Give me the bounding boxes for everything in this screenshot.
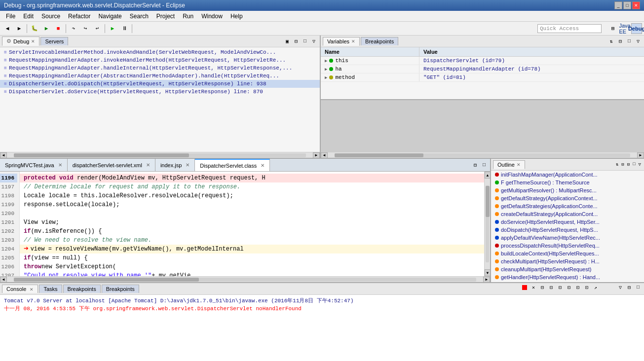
vars-icon-4[interactable]: ▽ xyxy=(634,37,642,45)
scroll-up-btn[interactable]: ▲ xyxy=(485,172,490,179)
editor-minimize[interactable]: ⊟ xyxy=(471,161,479,169)
toolbar-step-over[interactable]: ↪ xyxy=(80,23,91,34)
menu-refactor[interactable]: Refactor xyxy=(64,12,94,21)
outline-filter-icon[interactable]: ⊟ xyxy=(620,162,625,167)
tab-index-jsp[interactable]: index.jsp ✕ xyxy=(155,159,195,171)
console-icon-3[interactable]: ⊡ xyxy=(547,284,555,291)
scroll-left-btn[interactable]: ◀ xyxy=(0,152,7,158)
toolbar-run-btn[interactable]: ▶ xyxy=(41,23,52,34)
menu-source[interactable]: Source xyxy=(38,12,64,21)
menu-run[interactable]: Run xyxy=(179,12,197,21)
toolbar-stop-btn[interactable]: ■ xyxy=(53,23,64,34)
outline-item[interactable]: buildLocaleContext(HttpServletReques... xyxy=(491,250,644,257)
minimize-button[interactable]: _ xyxy=(614,1,622,9)
tab-dispatcher-xml[interactable]: dispatcherServlet-servlet.xml ✕ xyxy=(68,159,155,171)
code-v-scrollbar[interactable]: ▲ ▼ xyxy=(484,172,490,276)
tab-dispatcher-class-close[interactable]: ✕ xyxy=(261,163,265,168)
expand-arrow[interactable]: ▶ xyxy=(325,67,327,72)
expand-arrow[interactable]: ▶ xyxy=(325,75,327,80)
breakpoints-tab-1[interactable]: Breakpoints xyxy=(63,285,101,293)
console-icon-1[interactable]: ✕ xyxy=(530,284,537,291)
outline-item[interactable]: getDefaultStrategies(ApplicationConte... xyxy=(491,202,644,210)
tab-springmvc-close[interactable]: ✕ xyxy=(58,162,62,168)
tab-springmvc[interactable]: SpringMVCTest.java ✕ xyxy=(0,159,68,171)
console-tab-close[interactable]: ✕ xyxy=(30,287,34,292)
outline-item[interactable]: cleanupMultipart(HttpServletRequest) xyxy=(491,265,644,273)
console-icon-6[interactable]: ⊡ xyxy=(574,284,582,291)
menu-project[interactable]: Project xyxy=(152,12,179,21)
console-minimize-icon[interactable]: ⊟ xyxy=(625,284,633,291)
toolbar-step-return[interactable]: ↩ xyxy=(92,23,103,34)
menu-edit[interactable]: Edit xyxy=(19,12,38,21)
console-icon-5[interactable]: ⊡ xyxy=(565,284,573,291)
outline-item[interactable]: doService(HttpServletRequest, HttpSer... xyxy=(491,218,644,226)
scroll-right-btn[interactable]: ▶ xyxy=(313,152,320,158)
console-stop-icon[interactable] xyxy=(521,284,529,291)
toolbar-perspectives[interactable]: ⊞ xyxy=(607,23,618,34)
code-scroll-right[interactable]: ▶ xyxy=(483,277,490,283)
maximize-button[interactable]: □ xyxy=(623,1,631,9)
close-button[interactable]: ✕ xyxy=(632,1,640,9)
servers-tab[interactable]: Servers xyxy=(40,37,68,45)
console-icon-8[interactable]: ↗ xyxy=(592,284,600,291)
outline-item[interactable]: doDispatch(HttpServletRequest, HttpS... xyxy=(491,226,644,234)
toolbar-debug-btn[interactable]: 🐛 xyxy=(29,23,40,34)
outline-item[interactable]: checkMultipart(HttpServletRequest) : H..… xyxy=(491,257,644,265)
code-h-scrollbar[interactable]: ◀ ▶ xyxy=(0,276,490,282)
menu-file[interactable]: File xyxy=(2,12,19,21)
tab-dispatcher-xml-close[interactable]: ✕ xyxy=(146,162,150,168)
stack-item[interactable]: ≡ DispatcherServlet.doService(HttpServle… xyxy=(0,88,320,96)
code-scroll-left[interactable]: ◀ xyxy=(0,277,7,283)
h-scroll-thumb[interactable] xyxy=(14,278,199,282)
vars-icon-3[interactable]: □ xyxy=(625,37,633,45)
outline-item[interactable]: applyDefaultViewName(HttpServletRec... xyxy=(491,234,644,242)
toolbar-debug-perspective[interactable]: Debug xyxy=(631,23,642,34)
tab-index-jsp-close[interactable]: ✕ xyxy=(186,162,189,168)
debug-panel-icon-3[interactable]: □ xyxy=(301,37,309,45)
console-tab[interactable]: Console ✕ xyxy=(2,285,38,293)
h-scroll-thumb[interactable] xyxy=(14,153,189,157)
breakpoints-tab[interactable]: Breakpoints xyxy=(361,37,398,45)
scroll-left-btn[interactable]: ◀ xyxy=(321,152,328,158)
outline-item[interactable]: initFlashMapManager(ApplicationCont... xyxy=(491,171,644,179)
breakpoints-tab-2[interactable]: Breakpoints xyxy=(102,285,139,293)
menu-window[interactable]: Window xyxy=(197,12,227,21)
console-icon-7[interactable]: ⊡ xyxy=(583,284,591,291)
outline-item[interactable]: getHandler(HttpServletRequest) : Hand... xyxy=(491,273,644,281)
toolbar-step-into[interactable]: ↷ xyxy=(68,23,79,34)
title-bar-buttons[interactable]: _ □ ✕ xyxy=(614,1,640,9)
debug-tab-close[interactable]: ✕ xyxy=(31,39,35,44)
vars-icon-2[interactable]: ⊟ xyxy=(616,37,624,45)
tab-dispatcher-class[interactable]: DispatcherServlet.class ✕ xyxy=(195,159,270,171)
var-row[interactable]: ▶ ha RequestMappingHandlerAdapter (id=78… xyxy=(321,65,644,73)
outline-tab[interactable]: Outline ✕ xyxy=(493,160,525,169)
outline-item[interactable]: getMultipartResolver() : MultipartResc..… xyxy=(491,186,644,194)
outline-tab-close[interactable]: ✕ xyxy=(517,162,521,167)
scroll-down-btn[interactable]: ▼ xyxy=(485,269,490,276)
toolbar-suspend[interactable]: ⏸ xyxy=(119,23,130,34)
outline-menu-icon[interactable]: ▽ xyxy=(638,162,642,167)
console-maximize-icon[interactable]: □ xyxy=(634,284,642,291)
vars-h-scrollbar[interactable]: ◀ ▶ xyxy=(321,152,644,158)
stack-item[interactable]: ≡ RequestMappingHandlerAdapter.handleInt… xyxy=(0,64,320,72)
console-icon-4[interactable]: ⊡ xyxy=(556,284,564,291)
menu-help[interactable]: Help xyxy=(227,12,247,21)
console-menu-icon[interactable]: ▽ xyxy=(616,284,624,291)
outline-sort-icon[interactable]: ⇅ xyxy=(615,162,619,167)
tasks-tab[interactable]: Tasks xyxy=(39,285,62,293)
debug-h-scrollbar[interactable]: ◀ ▶ xyxy=(0,152,320,158)
var-row[interactable]: ▶ method "GET" (id=81) xyxy=(321,73,644,82)
stack-item[interactable]: ≡ DispatcherServlet.doDispatch(HttpServl… xyxy=(0,80,320,88)
vars-icon-1[interactable]: ⇅ xyxy=(607,37,615,45)
outline-maximize-icon[interactable]: □ xyxy=(632,162,636,167)
stack-item[interactable]: ≡ RequestMappingHandlerAdapter.invokeHan… xyxy=(0,56,320,64)
debug-panel-icon-4[interactable]: ▽ xyxy=(310,37,318,45)
menu-navigate[interactable]: Navigate xyxy=(94,12,125,21)
outline-item[interactable]: getDefaultStrategy(ApplicationContext... xyxy=(491,194,644,202)
var-row[interactable]: ▶ this DispatcherServlet (id=79) xyxy=(321,57,644,65)
outline-item[interactable]: createDefaultStrategy(ApplicationCont... xyxy=(491,210,644,218)
console-icon-2[interactable]: ⊟ xyxy=(538,284,546,291)
debug-panel-icon-2[interactable]: ⊟ xyxy=(292,37,300,45)
v-scroll-thumb[interactable] xyxy=(486,186,490,217)
toolbar-fwd-btn[interactable]: ▶ xyxy=(14,23,25,34)
